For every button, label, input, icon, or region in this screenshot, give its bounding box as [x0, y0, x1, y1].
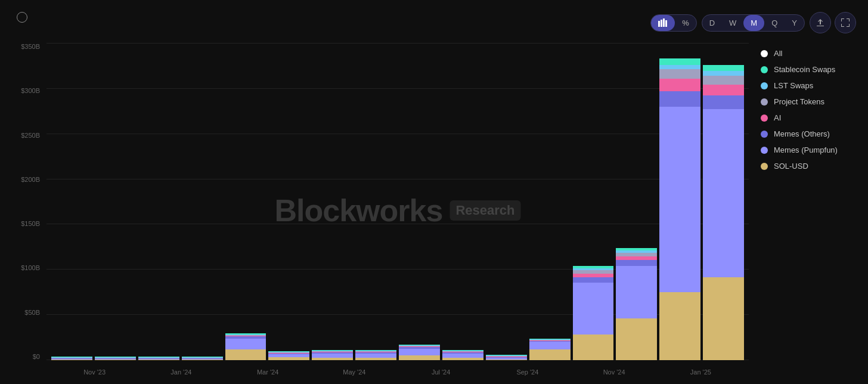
bar-segment-memes_pumpfun [659, 107, 700, 292]
legend-item-memes_pumpfun[interactable]: Memes (Pumpfun) [761, 145, 856, 154]
svg-rect-3 [665, 20, 667, 27]
legend-item-stablecoin[interactable]: Stablecoin Swaps [761, 65, 856, 74]
bar-segment-memes_pumpfun [355, 354, 396, 358]
bar-stack [182, 341, 223, 360]
bar-group [529, 43, 571, 360]
bar-stack [486, 330, 527, 360]
percent-chart-button[interactable]: % [675, 15, 696, 31]
y-axis-labels: $0 $50B $100B $150B $200B $250B $300B $3… [12, 43, 45, 360]
chart-plot: Blockworks Research Nov '23Jan '24Mar '2… [46, 43, 749, 378]
bar-stack [616, 171, 657, 360]
legend-label-ai: AI [774, 113, 781, 122]
bar-group [268, 43, 309, 360]
expand-button[interactable] [835, 12, 856, 33]
legend-item-all[interactable]: All [761, 49, 856, 58]
chart-main: $0 $50B $100B $150B $200B $250B $300B $3… [12, 43, 749, 378]
legend-dot-stablecoin [761, 66, 768, 73]
title-row [12, 12, 27, 23]
bar-segment-memes_pumpfun [312, 354, 353, 358]
bar-group [659, 43, 700, 360]
bar-segment-memes_others [703, 95, 744, 109]
bar-segment-memes_pumpfun [442, 354, 483, 358]
bar-segment-lst [659, 65, 700, 70]
y-label-0: $0 [12, 353, 45, 360]
bar-group [95, 43, 136, 360]
legend-dot-memes_others [761, 131, 768, 138]
legend-item-sol_usd[interactable]: SOL-USD [761, 162, 856, 171]
bar-segment-memes_pumpfun [399, 349, 440, 355]
legend-item-project[interactable]: Project Tokens [761, 97, 856, 106]
period-Y-button[interactable]: Y [785, 15, 804, 31]
legend-item-memes_others[interactable]: Memes (Others) [761, 129, 856, 138]
bar-stack [138, 337, 179, 360]
bar-stack [399, 292, 440, 360]
y-label-100: $100B [12, 264, 45, 271]
main-container: % D W M Q Y [0, 0, 868, 384]
period-D-button[interactable]: D [702, 15, 722, 31]
x-label: May '24 [311, 368, 398, 378]
period-toggle: D W M Q Y [702, 14, 805, 32]
info-icon[interactable] [17, 12, 27, 23]
bar-group [225, 43, 266, 360]
bar-group [486, 43, 527, 360]
legend-label-lst: LST Swaps [774, 81, 813, 90]
bar-chart-button[interactable] [651, 15, 675, 31]
bar-segment-memes_pumpfun [225, 339, 266, 349]
x-label: Nov '23 [51, 368, 138, 378]
bar-group [355, 43, 396, 360]
x-label: Mar '24 [225, 368, 311, 378]
bars-container [46, 43, 749, 360]
bar-segment-sol_usd [573, 335, 614, 360]
bar-segment-project [703, 76, 744, 85]
legend-label-sol_usd: SOL-USD [774, 162, 808, 171]
bar-segment-sol_usd [529, 349, 571, 360]
x-label: Sep '24 [484, 368, 571, 378]
bar-segment-ai [659, 79, 700, 91]
legend-dot-ai [761, 114, 768, 122]
legend-dot-project [761, 98, 768, 106]
legend: AllStablecoin SwapsLST SwapsProject Toke… [749, 43, 856, 378]
y-label-150: $150B [12, 220, 45, 227]
bar-segment-ai [703, 85, 744, 95]
period-W-button[interactable]: W [722, 15, 743, 31]
bar-segment-memes_others [573, 277, 614, 283]
bar-group [182, 43, 223, 360]
bar-segment-memes_others [659, 91, 700, 107]
bar-segment-memes_pumpfun [573, 283, 614, 335]
svg-rect-2 [663, 18, 665, 27]
legend-dot-all [761, 50, 768, 57]
bar-stack [355, 308, 396, 360]
chart-area: $0 $50B $100B $150B $200B $250B $300B $3… [12, 43, 856, 378]
period-M-button[interactable]: M [743, 15, 764, 31]
header: % D W M Q Y [12, 12, 856, 33]
bar-segment-sol_usd [399, 355, 440, 360]
bar-segment-lst [703, 71, 744, 76]
y-label-200: $200B [12, 176, 45, 183]
bar-segment-memes_pumpfun [616, 266, 657, 319]
legend-item-lst[interactable]: LST Swaps [761, 81, 856, 90]
x-label: Jul '24 [398, 368, 484, 378]
bar-group [51, 43, 92, 360]
action-buttons [810, 12, 856, 33]
svg-rect-0 [658, 21, 660, 27]
bar-stack [268, 311, 309, 360]
legend-item-ai[interactable]: AI [761, 113, 856, 122]
y-label-300: $300B [12, 87, 45, 94]
bar-stack [659, 51, 700, 360]
period-Q-button[interactable]: Q [764, 15, 785, 31]
bar-group [616, 43, 657, 360]
bar-stack [573, 187, 614, 360]
x-label: Nov '24 [571, 368, 658, 378]
bar-group [573, 43, 614, 360]
share-button[interactable] [810, 12, 831, 33]
x-label: Jan '24 [138, 368, 224, 378]
bar-segment-sol_usd [703, 277, 744, 360]
bar-stack [95, 345, 136, 360]
y-label-350: $350B [12, 43, 45, 50]
bar-segment-sol_usd [616, 318, 657, 360]
bar-group [442, 43, 483, 360]
bar-segment-memes_pumpfun [529, 342, 571, 350]
bar-segment-memes_pumpfun [703, 109, 744, 277]
bar-stack [225, 270, 266, 360]
legend-dot-memes_pumpfun [761, 147, 768, 154]
